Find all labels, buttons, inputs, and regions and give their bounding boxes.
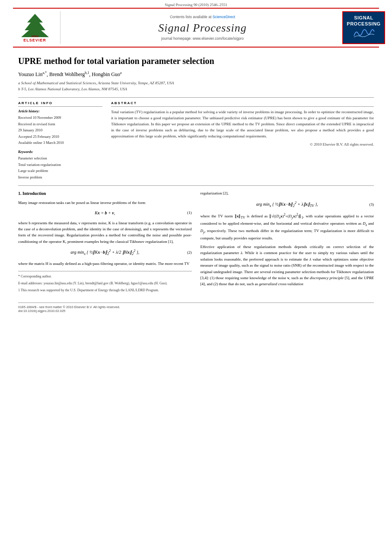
- elsevier-logo: ELSEVIER: [19, 13, 51, 42]
- journal-badge-area: SIGNAL PROCESSING: [344, 11, 379, 44]
- eq1-number: (1): [187, 210, 192, 216]
- col2-para2: where the TV norm ‖x‖TV is defined as ‖√…: [201, 212, 374, 241]
- article-title: UPRE method for total variation paramete…: [18, 55, 374, 67]
- journal-header-center: Contents lists available at ScienceDirec…: [61, 11, 344, 44]
- keyword-3: Large scale problem: [18, 168, 102, 174]
- history-revised-label: Received in revised form: [18, 121, 102, 127]
- journal-homepage: journal homepage: www.elsevier.com/locat…: [161, 36, 244, 41]
- bottom-bar-text: 0165-1684/$ - see front matter © 2010 El…: [18, 305, 120, 309]
- col2-para1: regularization [2],: [201, 190, 374, 196]
- main-content: UPRE method for total variation paramete…: [0, 48, 392, 299]
- intro-para1: Many image restoration tasks can be pose…: [18, 200, 192, 206]
- badge-title-line2: PROCESSING: [347, 21, 380, 27]
- history-accepted: Accepted 25 February 2010: [18, 134, 102, 140]
- footnote-1: * Corresponding author.: [18, 274, 192, 280]
- equation-2: arg minx { ½‖Kx−b‖22 + λ/2 ‖Hx‖22 }, (2): [18, 248, 192, 257]
- footnote-3: 1 This research was supported by the U.S…: [18, 288, 192, 293]
- elsevier-logo-area: ELSEVIER: [13, 11, 61, 44]
- article-info-col: ARTICLE INFO Article history: Received 1…: [18, 101, 102, 180]
- abstract-text: Total variation (TV) regularization is a…: [111, 109, 374, 140]
- citation-text: Signal Processing 90 (2010) 2546–2551: [165, 3, 227, 7]
- footnotes: * Corresponding author. E-mail addresses…: [18, 271, 192, 293]
- eq3-number: (3): [370, 201, 374, 207]
- contents-line: Contents lists available at ScienceDirec…: [170, 15, 235, 19]
- keyword-1: Parameter selection: [18, 155, 102, 161]
- keyword-2: Total variation regularization: [18, 162, 102, 168]
- badge-decoration-icon: [352, 27, 376, 39]
- keywords-label: Keywords:: [18, 150, 102, 154]
- abstract-header: ABSTRACT: [111, 101, 374, 107]
- eq2-number: (2): [187, 249, 192, 255]
- body-col-right: regularization [2], arg minx { ½‖Kx−b‖22…: [201, 190, 374, 294]
- signal-processing-badge: SIGNAL PROCESSING: [342, 11, 385, 44]
- intro-para2: where b represents the measured data, v …: [18, 220, 192, 245]
- copyright: © 2010 Elsevier B.V. All rights reserved…: [111, 142, 374, 146]
- page: Signal Processing 90 (2010) 2546–2551 EL…: [0, 0, 392, 535]
- equation-3: arg minx { ½‖Kx−b‖22 + λ‖x‖TV }, (3): [201, 200, 374, 209]
- history-available: Available online 3 March 2010: [18, 140, 102, 146]
- affiliation-a: a School of Mathematical and Statistical…: [18, 81, 174, 85]
- bottom-bar: 0165-1684/$ - see front matter © 2010 El…: [18, 303, 374, 313]
- footnote-2: E-mail addresses: youzuo.lin@asu.edu (Y.…: [18, 281, 192, 287]
- history-received: Received 10 November 2009: [18, 115, 102, 121]
- body-col-left: 1. Introduction Many image restoration t…: [18, 190, 192, 294]
- elsevier-brand-text: ELSEVIER: [23, 38, 46, 42]
- journal-name: Signal Processing: [158, 22, 247, 35]
- article-info-abstract: ARTICLE INFO Article history: Received 1…: [18, 97, 374, 180]
- article-history: Article history: Received 10 November 20…: [18, 109, 102, 146]
- abstract-col: ABSTRACT Total variation (TV) regulariza…: [111, 101, 374, 180]
- affiliation-b: b T-5, Los Alamos National Laboratory, L…: [18, 87, 127, 91]
- svg-rect-2: [32, 35, 38, 37]
- intro-para3: where the matrix H is usually defined as…: [18, 261, 192, 267]
- history-label: Article history:: [18, 109, 102, 113]
- eq3-text: arg minx { ½‖Kx−b‖22 + λ‖x‖TV },: [256, 200, 318, 209]
- col2-para3: Effective application of these regulariz…: [201, 244, 374, 287]
- authors-line: Youzuo Lina,*, Brendt Wohlbergb,1, Hongb…: [18, 71, 374, 78]
- keyword-4: Inverse problem: [18, 174, 102, 180]
- keywords-section: Keywords: Parameter selection Total vari…: [18, 150, 102, 180]
- equation-1: Kx = b + v, (1): [18, 210, 192, 217]
- article-info-header: ARTICLE INFO: [18, 101, 102, 107]
- doi-text: doi:10.1016/j.sigpro.2010.02.025: [18, 309, 65, 313]
- section-divider: [18, 185, 374, 186]
- badge-title-line1: SIGNAL: [347, 15, 380, 21]
- section1-title: 1. Introduction: [18, 190, 192, 197]
- eq2-text: arg minx { ½‖Kx−b‖22 + λ/2 ‖Hx‖22 },: [70, 248, 139, 257]
- eq1-text: Kx = b + v,: [95, 210, 115, 217]
- affiliations: a School of Mathematical and Statistical…: [18, 80, 374, 92]
- body-columns: 1. Introduction Many image restoration t…: [18, 190, 374, 294]
- top-citation: Signal Processing 90 (2010) 2546–2551: [0, 0, 392, 8]
- history-revised-date: 29 January 2010: [18, 127, 102, 133]
- journal-header: ELSEVIER Contents lists available at Sci…: [13, 8, 379, 48]
- sciencedirect-link[interactable]: ScienceDirect: [213, 15, 235, 19]
- elsevier-tree-icon: [19, 13, 51, 38]
